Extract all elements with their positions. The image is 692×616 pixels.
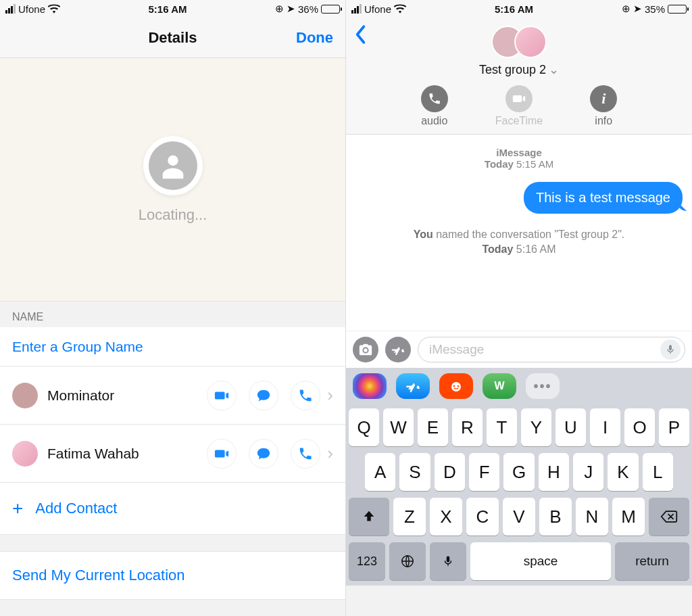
- shift-key[interactable]: [349, 498, 389, 536]
- numbers-key[interactable]: 123: [349, 542, 385, 580]
- facetime-button[interactable]: FaceTime: [495, 85, 543, 127]
- key-j[interactable]: J: [573, 453, 603, 491]
- contact-row[interactable]: Mominator ›: [0, 366, 345, 425]
- chevron-right-icon: ›: [327, 385, 333, 406]
- key-w[interactable]: W: [383, 408, 414, 446]
- battery-pct: 35%: [645, 3, 665, 15]
- key-d[interactable]: D: [435, 453, 465, 491]
- clock: 5:16 AM: [495, 3, 533, 15]
- keyboard-row-3: ZXCVBNM: [349, 498, 689, 536]
- key-s[interactable]: S: [399, 453, 430, 491]
- photos-app[interactable]: [353, 373, 387, 399]
- avatar: [12, 441, 38, 467]
- message-input-row: iMessage: [346, 331, 692, 368]
- appstore-icon: [391, 342, 405, 357]
- globe-key[interactable]: [389, 542, 426, 580]
- key-y[interactable]: Y: [521, 408, 551, 446]
- contact-name: Fatima Wahab: [47, 446, 207, 462]
- message-button[interactable]: [249, 381, 278, 410]
- key-m[interactable]: M: [612, 498, 645, 536]
- details-screen: Ufone 5:16 AM ⊕ ➤ 36% Details Done Locat…: [0, 0, 346, 616]
- back-button[interactable]: [353, 24, 368, 47]
- key-t[interactable]: T: [487, 408, 517, 446]
- key-o[interactable]: O: [624, 408, 655, 446]
- thread-timestamp: iMessage Today 5:15 AM: [355, 147, 683, 170]
- avatar: [514, 26, 547, 58]
- key-b[interactable]: B: [539, 498, 572, 536]
- dictation-button[interactable]: [660, 339, 681, 360]
- space-key[interactable]: space: [470, 542, 611, 580]
- camera-button[interactable]: [353, 337, 378, 362]
- key-z[interactable]: Z: [393, 498, 426, 536]
- audio-label: audio: [421, 115, 447, 127]
- mic-icon: [442, 554, 454, 569]
- video-call-button[interactable]: [207, 381, 237, 410]
- battery-icon: [321, 5, 340, 14]
- group-name-placeholder: Enter a Group Name: [12, 339, 143, 355]
- system-message: You named the conversation "Test group 2…: [355, 227, 683, 258]
- key-i[interactable]: I: [590, 408, 620, 446]
- key-u[interactable]: U: [555, 408, 586, 446]
- sent-message-bubble[interactable]: This is a test message: [524, 182, 683, 214]
- contact-row[interactable]: Fatima Wahab ›: [0, 425, 345, 483]
- done-button[interactable]: Done: [296, 29, 333, 47]
- key-a[interactable]: A: [365, 453, 395, 491]
- key-f[interactable]: F: [469, 453, 499, 491]
- conversation-title[interactable]: Test group 2 ⌄: [346, 62, 692, 77]
- clock: 5:16 AM: [149, 3, 187, 15]
- map-avatar: [143, 136, 203, 195]
- info-button[interactable]: i info: [590, 85, 617, 127]
- message-placeholder: iMessage: [429, 342, 484, 357]
- key-g[interactable]: G: [503, 453, 534, 491]
- message-input[interactable]: iMessage: [418, 337, 685, 362]
- signal-icon: [351, 4, 362, 14]
- message-thread[interactable]: iMessage Today 5:15 AM This is a test me…: [346, 135, 692, 331]
- key-c[interactable]: C: [466, 498, 499, 536]
- section-spacer: [0, 535, 345, 551]
- locating-label: Locating...: [139, 206, 207, 224]
- key-l[interactable]: L: [643, 453, 673, 491]
- group-name-field[interactable]: Enter a Group Name: [0, 327, 345, 366]
- chevron-down-icon: ⌄: [549, 62, 559, 77]
- send-location-button[interactable]: Send My Current Location: [0, 551, 345, 600]
- words-app[interactable]: W: [483, 373, 516, 399]
- person-silhouette-icon: [157, 150, 189, 181]
- audio-call-button[interactable]: audio: [421, 85, 448, 127]
- nav-header: Details Done: [0, 18, 345, 58]
- key-k[interactable]: K: [608, 453, 638, 491]
- reddit-app[interactable]: [439, 373, 473, 399]
- contact-name: Mominator: [47, 387, 207, 404]
- key-r[interactable]: R: [452, 408, 483, 446]
- key-v[interactable]: V: [503, 498, 535, 536]
- return-key[interactable]: return: [615, 542, 689, 580]
- phone-button[interactable]: [291, 381, 320, 410]
- keyboard: QWERTYUIOP ASDFGHJKL ZXCVBNM 123 space r…: [346, 404, 692, 586]
- battery-icon: [668, 5, 687, 14]
- name-section-header: NAME: [0, 302, 345, 327]
- conversation-title-text: Test group 2: [479, 63, 546, 77]
- key-q[interactable]: Q: [349, 408, 379, 446]
- appstore-app[interactable]: [396, 373, 430, 399]
- camera-icon: [358, 342, 373, 357]
- conversation-header: Test group 2 ⌄ audio FaceTime i info: [346, 18, 692, 135]
- backspace-key[interactable]: [649, 498, 689, 536]
- appstore-button[interactable]: [385, 337, 411, 362]
- key-e[interactable]: E: [418, 408, 448, 446]
- more-apps[interactable]: •••: [526, 373, 560, 399]
- status-bar: Ufone 5:16 AM ⊕ ➤ 35%: [346, 0, 692, 18]
- keyboard-row-1: QWERTYUIOP: [349, 408, 689, 446]
- video-call-button[interactable]: [207, 439, 237, 469]
- conversation-avatars[interactable]: [346, 26, 692, 58]
- key-h[interactable]: H: [539, 453, 569, 491]
- status-bar: Ufone 5:16 AM ⊕ ➤ 36%: [0, 0, 345, 18]
- key-n[interactable]: N: [576, 498, 608, 536]
- key-p[interactable]: P: [659, 408, 689, 446]
- backspace-icon: [660, 509, 678, 524]
- key-x[interactable]: X: [430, 498, 462, 536]
- dictation-key[interactable]: [430, 542, 466, 580]
- phone-button[interactable]: [291, 439, 320, 469]
- add-contact-button[interactable]: + Add Contact: [0, 483, 345, 535]
- message-button[interactable]: [249, 439, 278, 469]
- facetime-label: FaceTime: [495, 115, 543, 127]
- svg-point-1: [453, 385, 455, 387]
